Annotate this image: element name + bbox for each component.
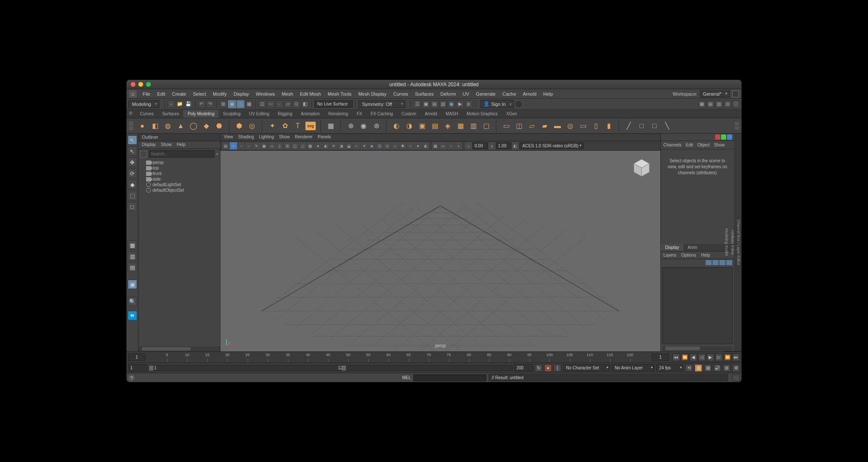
menu-edit-mesh[interactable]: Edit Mesh (296, 90, 324, 98)
vp-aa-icon[interactable]: ✦ (361, 142, 368, 149)
vp-menu-show[interactable]: Show (279, 135, 290, 140)
outliner-menu-show[interactable]: Show (161, 142, 172, 148)
shelf-tab-uv-editing[interactable]: UV Editing (245, 110, 273, 118)
poly-svg-icon[interactable]: svg (305, 120, 316, 132)
sign-in-button[interactable]: 👤 Sign In (481, 100, 514, 108)
vp-2d-pan-icon[interactable]: ↔ (245, 142, 252, 149)
select-component-icon[interactable]: ◫ (237, 100, 244, 108)
offset-edge-icon[interactable]: ▯ (590, 120, 601, 132)
vp-all-lights-icon[interactable]: ✺ (399, 142, 406, 149)
vp-safe-title-icon[interactable]: ◻ (299, 142, 306, 149)
snap-grid-icon[interactable]: ⊡ (258, 100, 266, 108)
poly-sphere-icon[interactable]: ● (137, 120, 148, 132)
poly-plane-icon[interactable]: ◆ (201, 120, 212, 132)
menu-generate[interactable]: Generate (472, 90, 499, 98)
playblast-icon[interactable]: ▶ (456, 100, 464, 108)
bool-union-icon[interactable]: ▣ (416, 120, 428, 132)
save-scene-icon[interactable]: 💾 (185, 100, 192, 108)
time-track[interactable]: 5101520253035404550556065707580859095100… (147, 353, 650, 362)
normals-2-icon[interactable]: □ (649, 120, 660, 132)
character-set-select[interactable]: No Character Set (563, 364, 610, 371)
menu-edit[interactable]: Edit (154, 90, 169, 98)
step-fwd-key-icon[interactable]: ⏩ (724, 354, 731, 361)
layer-scrollbar[interactable] (663, 346, 732, 351)
separate-icon[interactable]: ◑ (404, 120, 415, 132)
menu-help[interactable]: Help (540, 90, 557, 98)
vp-image-plane-icon[interactable]: ▫ (238, 142, 245, 149)
marquee-tool[interactable]: ⬚ (128, 191, 137, 200)
range-prefs-icon-1[interactable]: ▦ (695, 364, 702, 372)
vp-select-camera-icon[interactable]: ▤ (222, 142, 229, 149)
move-tool[interactable]: ✥ (128, 158, 137, 167)
open-scene-icon[interactable]: 📁 (176, 100, 184, 108)
side-tab-modeling-toolkit[interactable]: Modeling Toolkit (724, 134, 730, 351)
shelf-tab-curves[interactable]: Curves (136, 110, 158, 118)
menu-create[interactable]: Create (169, 90, 190, 98)
layer-new-icon[interactable] (706, 260, 712, 265)
center-pivot-icon[interactable]: ⊕ (345, 120, 356, 132)
side-tab-channel-box[interactable]: Channel Box / Layer Editor (736, 134, 742, 351)
maya-badge-icon[interactable]: M (128, 311, 137, 320)
shelf-tab-mash[interactable]: MASH (441, 110, 462, 118)
outliner-menu-display[interactable]: Display (142, 142, 156, 148)
range-sync-icon[interactable]: ⟲ (685, 364, 693, 372)
vp-color-mgmt-icon[interactable]: ◧ (512, 142, 519, 149)
viewport-canvas[interactable]: /* grid drawn below via js inject not al… (220, 151, 660, 351)
vp-default-light-icon[interactable]: ☼ (391, 142, 399, 149)
outliner-node-persp[interactable]: persp (140, 160, 218, 165)
range-prefs-icon-3[interactable]: ⊞ (723, 364, 730, 372)
vp-gamma-icon[interactable]: γ (488, 142, 496, 149)
poly-platonic-icon[interactable]: ⬢ (234, 120, 245, 132)
layer-tab-anim[interactable]: Anim (683, 244, 702, 251)
menu-surfaces[interactable]: Surfaces (412, 90, 437, 98)
search-dropdown-icon[interactable]: ▾ (216, 152, 218, 156)
extrude-icon[interactable]: ▭ (501, 120, 512, 132)
layer-menu-options[interactable]: Options (681, 253, 696, 257)
vp-menu-panels[interactable]: Panels (318, 135, 331, 140)
snap-point-icon[interactable]: · (276, 100, 283, 108)
poly-cylinder-icon[interactable]: ◍ (162, 120, 173, 132)
normals-soften-icon[interactable]: ╱ (623, 120, 634, 132)
menu-curves[interactable]: Curves (390, 90, 412, 98)
range-sep-1[interactable]: | (554, 364, 561, 372)
workspace-select[interactable]: General* (700, 91, 730, 97)
outliner-search-input[interactable] (149, 150, 214, 158)
shelf-tab-custom[interactable]: Custom (397, 110, 420, 118)
panel-layout-icon-2[interactable]: ▤ (707, 100, 714, 108)
menu-mesh-display[interactable]: Mesh Display (355, 90, 390, 98)
outliner-node-lightset[interactable]: defaultLightSet (140, 182, 218, 187)
command-input[interactable] (413, 374, 486, 381)
outliner-node-side[interactable]: side (140, 176, 218, 182)
anim-layer-select[interactable]: No Anim Layer (612, 364, 654, 371)
shelf-scroll-up-icon[interactable] (735, 122, 739, 126)
vp-menu-view[interactable]: View (224, 135, 233, 140)
bool-intersect-icon[interactable]: ◈ (442, 120, 453, 132)
shelf-tab-animation[interactable]: Animation (296, 110, 324, 118)
menu-select[interactable]: Select (190, 90, 210, 98)
cb-tab-object[interactable]: Object (698, 143, 710, 147)
vp-ao-icon[interactable]: ◒ (345, 142, 352, 149)
cb-tab-channels[interactable]: Channels (663, 143, 681, 147)
single-pane-icon[interactable]: ▦ (128, 240, 137, 250)
live-surface-field[interactable]: No Live Surface (314, 100, 353, 108)
last-tool[interactable]: □ (128, 202, 137, 211)
vp-ortho-icon[interactable]: ▫ (447, 142, 455, 149)
insert-edge-icon[interactable]: ▭ (578, 120, 589, 132)
vp-menu-shading[interactable]: Shading (238, 135, 254, 140)
menu-file[interactable]: File (139, 90, 154, 98)
shelf-tab-arnold[interactable]: Arnold (420, 110, 441, 118)
menu-mesh-tools[interactable]: Mesh Tools (324, 90, 355, 98)
outliner-menu-help[interactable]: Help (177, 142, 186, 148)
rotate-tool[interactable]: ⟳ (128, 169, 137, 178)
script-editor-icon[interactable] (732, 374, 740, 381)
poly-torus-icon[interactable]: ◯ (188, 120, 199, 132)
layer-add-icon[interactable] (713, 260, 718, 265)
vp-wireframe-icon[interactable]: ▦ (307, 142, 314, 149)
range-track[interactable]: 1 120 (149, 365, 513, 371)
hypershade-icon[interactable]: ◉ (448, 100, 455, 108)
range-prefs-icon-4[interactable]: ⚙ (732, 364, 740, 372)
time-end-visible[interactable]: 1 (652, 354, 669, 361)
combine-icon[interactable]: ◐ (391, 120, 402, 132)
layer-tab-display[interactable]: Display (661, 244, 683, 251)
undo-icon[interactable]: ↶ (198, 100, 205, 108)
